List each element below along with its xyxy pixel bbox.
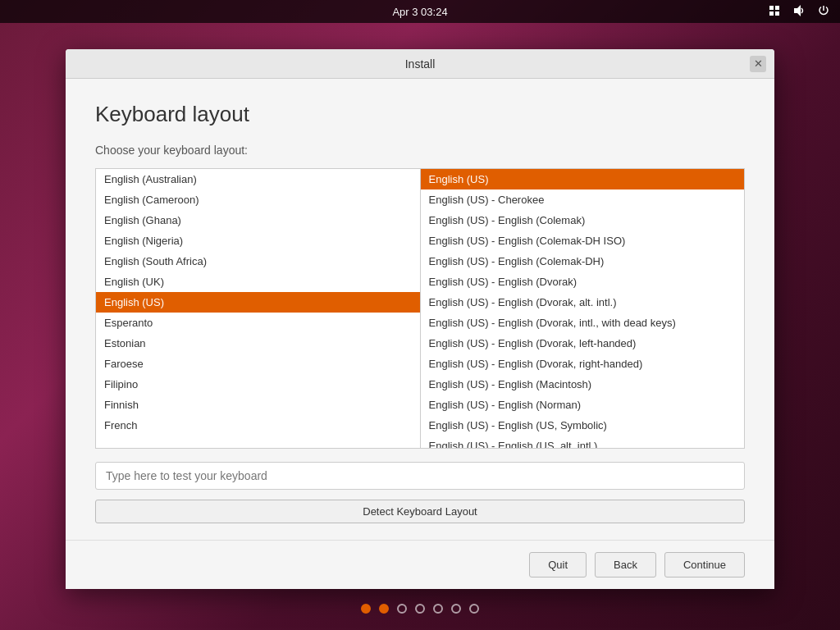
list-item[interactable]: Estonian [96, 333, 420, 354]
back-button[interactable]: Back [595, 552, 656, 578]
keyboard-lists: English (Australian)English (Cameroon)En… [95, 168, 745, 449]
continue-button[interactable]: Continue [664, 552, 745, 578]
svg-rect-0 [769, 6, 774, 10]
progress-dots [361, 604, 479, 614]
datetime-text: Apr 3 03:24 [392, 6, 447, 18]
page-title: Keyboard layout [95, 102, 745, 127]
svg-rect-1 [775, 6, 779, 10]
detect-layout-button[interactable]: Detect Keyboard Layout [95, 500, 745, 523]
list-item[interactable]: English (US) - English (Dvorak, alt. int… [421, 292, 745, 313]
list-item[interactable]: English (US) - English (Dvorak) [421, 272, 745, 292]
list-item[interactable]: English (US) - English (Colemak-DH ISO) [421, 231, 745, 251]
list-item[interactable]: English (South Africa) [96, 251, 420, 272]
list-item[interactable]: Esperanto [96, 313, 420, 333]
dialog-title: Install [405, 57, 436, 71]
list-item[interactable]: English (Nigeria) [96, 231, 420, 251]
list-item[interactable]: French [96, 415, 420, 436]
close-button[interactable]: ✕ [750, 56, 766, 72]
list-item[interactable]: English (US) - English (US, alt. intl.) [421, 436, 745, 448]
topbar: Apr 3 03:24 [0, 0, 840, 23]
language-list[interactable]: English (Australian)English (Cameroon)En… [96, 169, 421, 448]
list-item[interactable]: English (US) [421, 169, 745, 189]
list-item[interactable]: English (US) - English (Norman) [421, 395, 745, 415]
list-item[interactable]: Faroese [96, 354, 420, 374]
power-icon[interactable] [817, 4, 830, 20]
dialog-titlebar: Install ✕ [66, 49, 774, 79]
progress-dot-6 [469, 604, 479, 614]
dialog-footer: Quit Back Continue [66, 540, 774, 589]
list-item[interactable]: English (US) - English (Colemak) [421, 210, 745, 231]
topbar-datetime: Apr 3 03:24 [392, 6, 447, 18]
list-item[interactable]: English (US) - English (US, Symbolic) [421, 415, 745, 436]
list-item[interactable]: English (Ghana) [96, 210, 420, 231]
list-item[interactable]: English (Australian) [96, 169, 420, 189]
list-item[interactable]: English (US) - English (Dvorak, intl., w… [421, 313, 745, 333]
progress-dot-0 [361, 604, 371, 614]
topbar-right-icons [768, 4, 830, 20]
quit-button[interactable]: Quit [529, 552, 587, 578]
list-item[interactable]: English (UK) [96, 272, 420, 292]
progress-dot-3 [415, 604, 425, 614]
keyboard-test-input[interactable] [95, 462, 745, 490]
list-item[interactable]: English (US) - English (Colemak-DH) [421, 251, 745, 272]
progress-dot-2 [397, 604, 407, 614]
network-icon[interactable] [768, 4, 781, 20]
install-dialog: Install ✕ Keyboard layout Choose your ke… [66, 49, 774, 589]
svg-rect-2 [769, 11, 774, 16]
list-item[interactable]: Filipino [96, 374, 420, 395]
list-item[interactable]: Finnish [96, 395, 420, 415]
svg-rect-3 [775, 11, 779, 16]
progress-dot-4 [433, 604, 443, 614]
list-item[interactable]: English (US) [96, 292, 420, 313]
progress-dot-5 [451, 604, 461, 614]
list-item[interactable]: English (US) - English (Macintosh) [421, 374, 745, 395]
list-item[interactable]: English (US) - English (Dvorak, left-han… [421, 333, 745, 354]
progress-dot-1 [379, 604, 389, 614]
list-item[interactable]: English (US) - Cherokee [421, 189, 745, 210]
list-item[interactable]: English (US) - English (Dvorak, right-ha… [421, 354, 745, 374]
volume-icon[interactable] [792, 4, 806, 20]
svg-marker-4 [794, 5, 801, 16]
subtitle: Choose your keyboard layout: [95, 144, 745, 157]
list-item[interactable]: English (Cameroon) [96, 189, 420, 210]
dialog-content: Keyboard layout Choose your keyboard lay… [66, 79, 774, 540]
test-input-container [95, 462, 745, 490]
variant-list[interactable]: English (US)English (US) - CherokeeEngli… [421, 169, 745, 448]
